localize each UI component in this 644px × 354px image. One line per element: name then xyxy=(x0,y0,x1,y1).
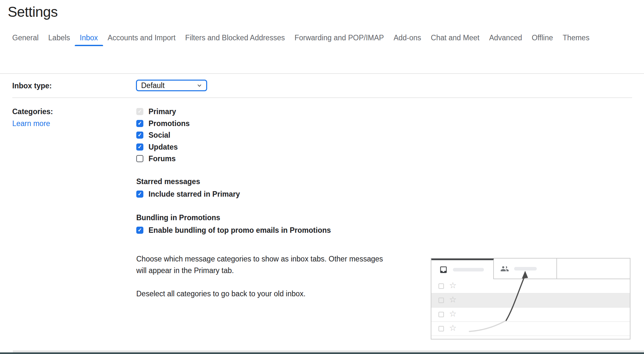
promotions-checkbox[interactable]: ✓ xyxy=(136,120,143,127)
updates-checkbox[interactable]: ✓ xyxy=(136,143,143,151)
category-row-forums: Forums xyxy=(136,154,176,163)
illustration-email-row: ☆ xyxy=(431,279,630,293)
tab-chat-and-meet[interactable]: Chat and Meet xyxy=(431,34,479,46)
illustration-social-tab xyxy=(494,259,557,279)
category-label-updates[interactable]: Updates xyxy=(149,143,178,152)
gmail-settings-page: Settings General Labels Inbox Accounts a… xyxy=(0,0,644,354)
description-line-1: Choose which message categories to show … xyxy=(136,254,383,263)
check-icon: ✓ xyxy=(138,228,142,233)
category-label-promotions[interactable]: Promotions xyxy=(149,119,190,128)
category-label-primary: Primary xyxy=(149,107,176,116)
tab-inbox[interactable]: Inbox xyxy=(80,34,98,46)
tab-forwarding-and-pop-imap[interactable]: Forwarding and POP/IMAP xyxy=(294,34,384,46)
window-bottom-edge xyxy=(0,352,644,354)
category-row-social: ✓ Social xyxy=(136,131,170,139)
checkbox-icon xyxy=(438,298,444,303)
primary-checkbox: ✓ xyxy=(136,108,143,115)
description-line-3: Deselect all categories to go back to yo… xyxy=(136,289,305,298)
category-label-forums[interactable]: Forums xyxy=(149,154,176,163)
people-icon xyxy=(500,264,509,273)
inbox-type-selected-value: Default xyxy=(141,81,165,90)
categories-label: Categories: xyxy=(12,107,53,116)
illustration-primary-tab xyxy=(431,259,494,279)
checkbox-icon xyxy=(438,283,444,289)
enable-bundling-row: ✓ Enable bundling of top promo emails in… xyxy=(136,226,331,234)
check-icon: ✓ xyxy=(138,133,142,138)
tab-advanced[interactable]: Advanced xyxy=(489,34,522,46)
social-checkbox[interactable]: ✓ xyxy=(136,132,143,139)
learn-more-link[interactable]: Learn more xyxy=(12,119,50,128)
inbox-type-label: Inbox type: xyxy=(12,81,52,90)
category-row-updates: ✓ Updates xyxy=(136,143,178,151)
include-starred-label[interactable]: Include starred in Primary xyxy=(149,190,240,199)
starred-messages-heading: Starred messages xyxy=(136,177,200,186)
settings-tab-bar: General Labels Inbox Accounts and Import… xyxy=(12,34,628,46)
checkbox-icon xyxy=(438,312,444,317)
enable-bundling-checkbox[interactable]: ✓ xyxy=(136,227,143,234)
description-line-2: will appear in the Primary tab. xyxy=(136,266,234,275)
bundling-heading: Bundling in Promotions xyxy=(136,213,220,222)
check-icon: ✓ xyxy=(138,109,142,114)
divider xyxy=(0,73,644,74)
star-icon: ☆ xyxy=(449,324,457,332)
checkbox-icon xyxy=(438,326,444,331)
tab-labels[interactable]: Labels xyxy=(48,34,70,46)
placeholder-bar xyxy=(453,268,484,271)
inbox-icon xyxy=(439,265,448,274)
check-icon: ✓ xyxy=(138,192,142,197)
illustration-email-row: ☆ xyxy=(431,308,630,322)
enable-bundling-label[interactable]: Enable bundling of top promo emails in P… xyxy=(149,226,331,235)
tab-add-ons[interactable]: Add-ons xyxy=(394,34,421,46)
illustration-empty-tab-area xyxy=(557,259,630,279)
illustration-email-row: ☆ xyxy=(431,322,630,336)
category-row-primary: ✓ Primary xyxy=(136,107,176,116)
tab-offline[interactable]: Offline xyxy=(532,34,553,46)
tab-general[interactable]: General xyxy=(12,34,39,46)
page-title: Settings xyxy=(8,4,58,20)
tab-themes[interactable]: Themes xyxy=(563,34,590,46)
illustration-tab-bar xyxy=(431,259,630,279)
include-starred-row: ✓ Include starred in Primary xyxy=(136,190,240,198)
star-icon: ☆ xyxy=(449,310,457,318)
inbox-tabs-illustration: ☆ ☆ ☆ ☆ xyxy=(431,258,630,339)
check-icon: ✓ xyxy=(138,121,142,126)
illustration-email-row-highlighted: ☆ xyxy=(431,293,630,308)
placeholder-bar xyxy=(514,267,537,270)
category-label-social[interactable]: Social xyxy=(149,131,170,140)
star-icon: ☆ xyxy=(449,281,457,290)
chevron-down-icon xyxy=(196,82,203,89)
tab-filters-and-blocked-addresses[interactable]: Filters and Blocked Addresses xyxy=(185,34,285,46)
category-row-promotions: ✓ Promotions xyxy=(136,119,190,128)
star-icon: ☆ xyxy=(449,295,457,304)
forums-checkbox[interactable] xyxy=(136,155,143,162)
include-starred-checkbox[interactable]: ✓ xyxy=(136,191,143,198)
check-icon: ✓ xyxy=(138,144,142,150)
tab-accounts-and-import[interactable]: Accounts and Import xyxy=(108,34,176,46)
inbox-type-select[interactable]: Default xyxy=(136,80,207,91)
divider xyxy=(12,97,632,98)
